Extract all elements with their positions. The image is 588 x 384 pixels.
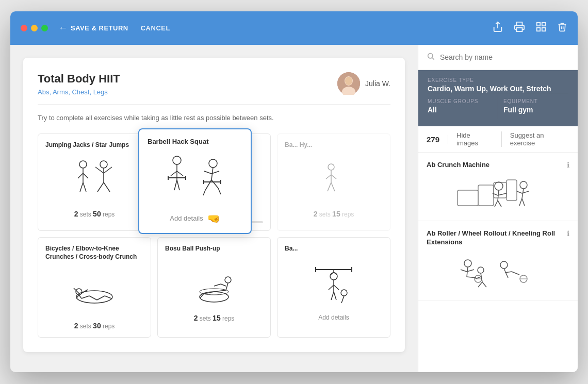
add-details-button[interactable]: Add details xyxy=(170,214,203,222)
svg-line-105 xyxy=(495,201,498,207)
svg-rect-2 xyxy=(537,23,540,26)
workout-header: Total Body HIIT Abs, Arms, Chest, Legs xyxy=(38,72,390,105)
svg-rect-97 xyxy=(458,190,478,206)
svg-line-15 xyxy=(83,182,86,192)
svg-line-130 xyxy=(482,282,486,287)
equipment-filter: EQUIPMENT Full gym xyxy=(498,93,568,119)
list-item[interactable]: Ab Crunch Machine xyxy=(418,153,578,221)
exercise-item[interactable]: Bosu Ball Push-up xyxy=(157,237,271,338)
stats-row: 279 Hide images Suggest an exercise xyxy=(418,126,578,153)
filter-row: MUSCLE GROUPS All EQUIPMENT Full gym xyxy=(428,93,568,119)
svg-line-49 xyxy=(174,180,177,190)
exercise-list-content: Ab Roller / Wheel Rollout / Kneeling Rol… xyxy=(427,229,561,292)
svg-line-61 xyxy=(218,188,221,194)
exercise-grid: Jumping Jacks / Star Jumps xyxy=(38,133,390,338)
svg-point-126 xyxy=(478,267,484,273)
exercise-illustration xyxy=(45,154,143,206)
svg-line-13 xyxy=(83,173,88,178)
exercise-name: Bosu Ball Push-up xyxy=(165,245,263,253)
svg-point-95 xyxy=(428,54,433,58)
svg-line-68 xyxy=(97,296,105,300)
svg-line-96 xyxy=(432,58,434,60)
exercise-item[interactable]: Ba... xyxy=(277,237,390,338)
svg-point-16 xyxy=(100,161,107,168)
right-sidebar: EXERCISE TYPE Cardio, Warm Up, Work Out,… xyxy=(418,45,578,372)
workout-card: Total Body HIIT Abs, Arms, Chest, Legs xyxy=(23,58,405,352)
cancel-button[interactable]: CANCEL xyxy=(141,24,170,32)
suggest-exercise-button[interactable]: Suggest an exercise xyxy=(510,131,569,147)
svg-line-12 xyxy=(78,173,83,178)
exercise-illustration xyxy=(165,258,263,310)
workout-info: Total Body HIIT Abs, Arms, Chest, Legs xyxy=(38,72,120,96)
search-icon xyxy=(427,52,435,62)
popup-footer: Add details 🤜 xyxy=(148,212,242,225)
list-item[interactable]: Ab Roller / Wheel Rollout / Kneeling Rol… xyxy=(418,221,578,301)
info-icon[interactable]: ℹ xyxy=(567,161,569,169)
title-bar-actions xyxy=(492,21,567,35)
svg-line-92 xyxy=(334,292,336,300)
exercise-list: Ab Crunch Machine xyxy=(418,153,578,372)
exercise-stats: Add details xyxy=(285,314,383,321)
popup-illustration xyxy=(148,151,242,207)
svg-point-74 xyxy=(225,277,231,283)
main-area: Total Body HIIT Abs, Arms, Chest, Legs xyxy=(10,45,578,372)
svg-point-72 xyxy=(200,292,228,302)
svg-line-14 xyxy=(80,182,83,192)
exercise-name: Ba... xyxy=(285,245,383,253)
equipment-value: Full gym xyxy=(503,106,568,114)
workout-title: Total Body HIIT xyxy=(38,72,120,86)
search-box xyxy=(418,45,578,70)
search-input[interactable] xyxy=(440,53,569,61)
save-return-button[interactable]: SAVE & RETURN xyxy=(71,24,128,32)
workout-panel: Total Body HIIT Abs, Arms, Chest, Legs xyxy=(10,45,418,372)
svg-line-122 xyxy=(505,272,512,273)
svg-rect-1 xyxy=(517,28,522,31)
muscle-groups-label: MUSCLE GROUPS xyxy=(428,98,493,104)
svg-rect-4 xyxy=(542,28,545,31)
trainer-name: Julia W. xyxy=(365,79,390,88)
svg-line-67 xyxy=(89,296,97,300)
close-button[interactable] xyxy=(21,25,27,31)
layout-icon[interactable] xyxy=(535,21,547,35)
svg-point-36 xyxy=(328,164,334,170)
svg-line-115 xyxy=(461,270,467,272)
grab-icon: 🤜 xyxy=(207,212,220,225)
print-icon[interactable] xyxy=(514,21,525,35)
svg-line-48 xyxy=(177,171,183,176)
add-details-bottom[interactable]: Add details xyxy=(285,314,383,321)
info-icon[interactable]: ℹ xyxy=(567,229,569,238)
hide-images-button[interactable]: Hide images xyxy=(456,131,502,147)
svg-line-69 xyxy=(105,296,111,298)
exercise-type-label: EXERCISE TYPE xyxy=(428,77,568,83)
svg-line-128 xyxy=(476,277,481,279)
svg-point-42 xyxy=(173,156,181,164)
svg-line-123 xyxy=(512,272,519,275)
share-icon[interactable] xyxy=(492,21,503,35)
exercise-illustration xyxy=(45,266,143,318)
exercise-stats: 2 sets 50 reps xyxy=(45,210,143,218)
svg-line-41 xyxy=(331,182,335,191)
svg-point-101 xyxy=(495,182,503,190)
exercise-popup: Barbell Hack Squat xyxy=(138,128,252,234)
exercise-item[interactable]: Ba... Hy... 2 s xyxy=(277,133,390,231)
maximize-button[interactable] xyxy=(41,25,48,31)
svg-point-51 xyxy=(209,159,217,168)
minimize-button[interactable] xyxy=(31,25,38,31)
svg-rect-100 xyxy=(507,180,517,201)
exercise-item[interactable]: Bicycles / Elbow-to-Knee Crunches / Cros… xyxy=(38,237,151,338)
exercise-item[interactable]: Jumping Jacks / Star Jumps xyxy=(38,133,151,231)
app-window: ← SAVE & RETURN CANCEL xyxy=(10,11,578,372)
workout-description: Try to complete all exercises while taki… xyxy=(38,113,390,123)
title-bar: ← SAVE & RETURN CANCEL xyxy=(10,11,578,45)
svg-line-89 xyxy=(329,285,334,290)
exercise-stats: 2 sets 15 reps xyxy=(285,210,383,218)
nav-left: ← SAVE & RETURN CANCEL xyxy=(58,23,170,34)
svg-point-9 xyxy=(345,77,352,85)
svg-point-113 xyxy=(464,260,471,267)
exercise-list-name: Ab Roller / Wheel Rollout / Kneeling Rol… xyxy=(427,229,561,247)
exercise-name: Ba... Hy... xyxy=(285,141,383,149)
svg-line-106 xyxy=(498,201,501,207)
svg-point-107 xyxy=(520,181,527,189)
svg-line-40 xyxy=(328,182,331,191)
trash-icon[interactable] xyxy=(557,21,567,35)
